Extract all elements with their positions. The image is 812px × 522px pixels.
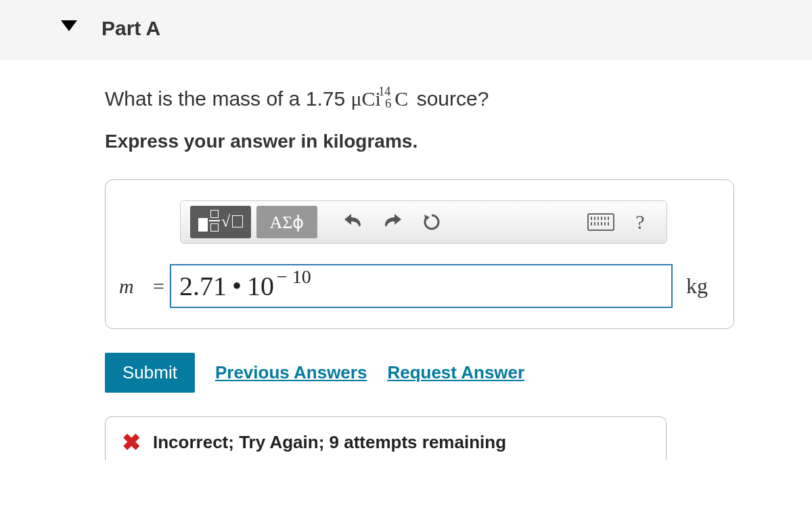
- answer-ten: 10: [247, 270, 274, 302]
- answer-unit: kg: [686, 274, 713, 299]
- redo-icon: [382, 213, 403, 231]
- equals-sign: =: [153, 275, 164, 298]
- help-button[interactable]: ?: [623, 206, 657, 238]
- equation-templates-button[interactable]: √: [190, 206, 251, 238]
- question-text: What is the mass of a 1.75 μCi 14 6 C so…: [105, 87, 771, 110]
- equation-templates-icon: √: [197, 209, 244, 236]
- part-content: What is the mass of a 1.75 μCi 14 6 C so…: [0, 60, 812, 467]
- answer-instruction: Express your answer in kilograms.: [105, 131, 771, 152]
- reset-button[interactable]: [415, 206, 449, 238]
- problem-container: Part A What is the mass of a 1.75 μCi 14…: [0, 0, 812, 467]
- incorrect-icon: ✖: [122, 431, 141, 454]
- isotope-notation: 14 6 C: [394, 87, 408, 110]
- feedback-box: ✖ Incorrect; Try Again; 9 attempts remai…: [105, 416, 667, 460]
- isotope-charge: 6: [385, 97, 391, 111]
- mu-symbol: μ: [351, 87, 362, 110]
- question-prefix: What is the mass of a 1.75: [105, 87, 351, 110]
- answer-box: √ ΑΣϕ: [105, 179, 734, 329]
- answer-exponent: − 10: [277, 266, 311, 288]
- answer-input-row: m = 2.71 • 10 − 10 kg: [119, 264, 713, 308]
- reset-icon: [422, 212, 442, 232]
- previous-answers-link[interactable]: Previous Answers: [215, 362, 367, 383]
- submit-button[interactable]: Submit: [105, 353, 195, 393]
- redo-button[interactable]: [376, 206, 409, 238]
- variable-label: m: [119, 275, 153, 298]
- keyboard-button[interactable]: [584, 206, 618, 238]
- answer-base: 2.71: [179, 270, 227, 302]
- collapse-icon[interactable]: [61, 20, 77, 31]
- part-title: Part A: [102, 17, 160, 40]
- action-row: Submit Previous Answers Request Answer: [105, 353, 771, 393]
- part-header: Part A: [0, 0, 812, 60]
- request-answer-link[interactable]: Request Answer: [387, 362, 524, 383]
- question-suffix: source?: [411, 87, 489, 110]
- answer-input[interactable]: 2.71 • 10 − 10: [170, 264, 673, 308]
- greek-letters-button[interactable]: ΑΣϕ: [256, 206, 317, 238]
- equation-toolbar: √ ΑΣϕ: [180, 200, 667, 244]
- feedback-text: Incorrect; Try Again; 9 attempts remaini…: [153, 432, 506, 453]
- isotope-element: C: [394, 87, 408, 110]
- undo-icon: [343, 213, 363, 231]
- keyboard-icon: [587, 213, 614, 231]
- answer-dot: •: [232, 270, 242, 302]
- undo-button[interactable]: [336, 206, 370, 238]
